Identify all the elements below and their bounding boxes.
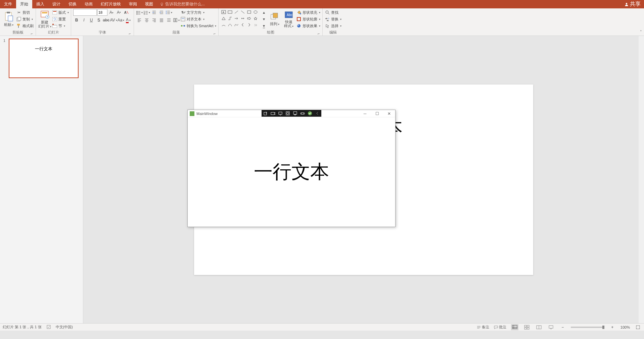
collapse-ribbon-button[interactable]: ˄	[640, 30, 642, 34]
gallery-more-button[interactable]: ▾̲	[261, 22, 267, 29]
shape-curve-icon[interactable]	[227, 22, 233, 28]
tab-view[interactable]: 视图	[141, 0, 157, 8]
tab-insert[interactable]: 插入	[32, 0, 48, 8]
justify-button[interactable]	[158, 17, 165, 23]
normal-view-button[interactable]	[511, 324, 518, 330]
tell-me-search[interactable]: 告诉我您想要做什么...	[160, 0, 205, 8]
gallery-down-button[interactable]: ▾	[261, 16, 267, 22]
char-spacing-button[interactable]: AV▾	[110, 17, 117, 23]
tab-home[interactable]: 开始	[16, 0, 32, 8]
distribute-button[interactable]	[166, 17, 172, 23]
share-button[interactable]: 共享	[621, 0, 644, 8]
font-size-select[interactable]	[97, 9, 107, 16]
slide-thumbnail-1[interactable]: 一行文本	[9, 39, 79, 78]
paste-button[interactable]: 粘贴▾	[2, 9, 15, 29]
shape-oval-icon[interactable]	[252, 9, 259, 15]
status-notes-button[interactable]: 备注	[477, 325, 489, 330]
status-language[interactable]: 中文(中国)	[56, 325, 73, 330]
tab-slideshow[interactable]: 幻灯片放映	[97, 0, 125, 8]
decrease-indent-button[interactable]	[151, 9, 157, 16]
paragraph-launcher[interactable]: ⌐	[213, 32, 216, 35]
quick-styles-button[interactable]: Abc 快速样式▾	[282, 9, 295, 29]
align-text-button[interactable]: 对齐文本▾	[180, 16, 216, 22]
shape-line-icon[interactable]	[233, 9, 239, 15]
shape-line2-icon[interactable]	[240, 9, 246, 15]
zoom-slider-thumb[interactable]	[602, 326, 604, 329]
toolbar-collapse-icon[interactable]	[315, 111, 320, 116]
replace-button[interactable]: abac替换▾	[325, 16, 341, 22]
toolbar-camera-icon[interactable]	[270, 111, 276, 116]
reading-view-button[interactable]	[535, 324, 543, 330]
cut-button[interactable]: ✂剪切	[16, 9, 34, 16]
tab-animations[interactable]: 动画	[81, 0, 97, 8]
zoom-out-button[interactable]: −	[559, 324, 566, 331]
shape-textbox-icon[interactable]: A	[221, 9, 227, 15]
zoom-in-button[interactable]: +	[609, 324, 616, 331]
slide-canvas-area[interactable]: 一行文本 MainWindow ─ ☐	[83, 36, 644, 323]
shadow-button[interactable]: S	[95, 17, 102, 23]
font-color-button[interactable]: A▾	[125, 17, 132, 23]
increase-font-button[interactable]: A▴	[108, 9, 115, 16]
shape-triangle-icon[interactable]	[221, 15, 227, 21]
toolbar-cast-icon[interactable]	[292, 111, 298, 116]
clipboard-launcher[interactable]: ⌐	[30, 32, 34, 35]
change-case-button[interactable]: Aa▾	[118, 17, 124, 23]
shape-fill-button[interactable]: 形状填充▾	[296, 9, 320, 16]
arrange-button[interactable]: 排列▾	[268, 9, 281, 29]
text-direction-button[interactable]: ⇅A文字方向▾	[180, 9, 216, 16]
convert-smartart-button[interactable]: 转换为 SmartArt▾	[180, 22, 216, 29]
shape-freeform-icon[interactable]	[233, 22, 239, 28]
overlay-titlebar[interactable]: MainWindow ─ ☐ ✕	[188, 110, 395, 117]
layout-button[interactable]: 版式▾	[52, 9, 69, 16]
decrease-font-button[interactable]: A▾	[116, 9, 122, 16]
toolbar-screen-icon[interactable]	[278, 111, 283, 116]
shape-arrow-icon[interactable]	[233, 15, 239, 21]
overlay-maximize-button[interactable]: ☐	[371, 110, 383, 117]
shape-elbow-icon[interactable]	[227, 15, 233, 21]
overlay-minimize-button[interactable]: ─	[359, 110, 371, 117]
shape-arc-icon[interactable]	[221, 22, 227, 28]
columns-button[interactable]: ▾	[173, 17, 180, 23]
select-button[interactable]: 选择▾	[325, 22, 341, 29]
align-left-button[interactable]	[136, 17, 143, 23]
zoom-value[interactable]: 100%	[620, 325, 630, 329]
shape-outline-button[interactable]: 形状轮廓▾	[296, 16, 320, 22]
shape-doublearrow-icon[interactable]	[240, 15, 246, 21]
section-button[interactable]: 节▾	[52, 22, 69, 29]
shape-effects-button[interactable]: 形状效果▾	[296, 22, 320, 29]
clear-formatting-button[interactable]: A	[123, 9, 130, 16]
toolbar-gamepad-icon[interactable]	[300, 111, 305, 116]
fit-window-button[interactable]	[635, 324, 641, 331]
align-center-button[interactable]	[143, 17, 150, 23]
format-painter-button[interactable]: 格式刷	[16, 22, 34, 29]
toolbar-check-icon[interactable]	[307, 111, 313, 116]
reset-button[interactable]: 重置	[52, 16, 69, 22]
tab-file[interactable]: 文件	[0, 0, 16, 8]
underline-button[interactable]: U	[88, 17, 95, 23]
shapes-gallery[interactable]: A	[221, 9, 259, 28]
tab-transitions[interactable]: 切换	[64, 0, 81, 8]
toolbar-record-icon[interactable]	[285, 111, 290, 116]
align-right-button[interactable]	[151, 17, 157, 23]
status-comments-button[interactable]: 批注	[494, 325, 506, 330]
overlay-mainwindow[interactable]: MainWindow ─ ☐ ✕ 一行文本	[187, 110, 396, 227]
shape-more-icon[interactable]	[252, 22, 259, 28]
shape-blockarrow-icon[interactable]	[246, 15, 252, 21]
gallery-up-button[interactable]: ▴	[261, 9, 267, 16]
vertical-scrollbar[interactable]	[639, 36, 644, 323]
tab-review[interactable]: 审阅	[125, 0, 141, 8]
shape-brace2-icon[interactable]	[246, 22, 252, 28]
bullets-button[interactable]: ▾	[136, 9, 143, 16]
increase-indent-button[interactable]	[158, 9, 165, 16]
overlay-close-button[interactable]: ✕	[383, 110, 395, 117]
strikethrough-button[interactable]: abc	[103, 17, 109, 23]
copy-button[interactable]: 复制▾	[16, 16, 34, 22]
font-launcher[interactable]: ⌐	[128, 32, 132, 35]
line-spacing-button[interactable]: ▾	[166, 9, 172, 16]
zoom-slider[interactable]	[571, 327, 604, 328]
shape-brace-icon[interactable]	[240, 22, 246, 28]
font-family-select[interactable]	[73, 9, 97, 16]
italic-button[interactable]: I	[81, 17, 87, 23]
toolbar-export-icon[interactable]	[263, 111, 268, 116]
spellcheck-icon[interactable]	[46, 325, 51, 330]
